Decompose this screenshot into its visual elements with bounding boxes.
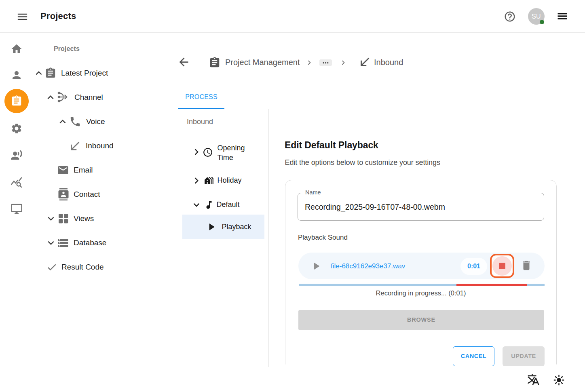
tree-item-inbound[interactable]: Inbound <box>0 134 159 158</box>
update-button[interactable]: UPDATE <box>503 346 545 366</box>
subnav-item-playback[interactable]: Playback <box>182 215 264 239</box>
grid-view-icon <box>58 213 68 223</box>
chevron-up-icon[interactable] <box>57 116 69 128</box>
tree-item-channel[interactable]: Channel <box>0 85 159 110</box>
tree-item-label: Views <box>74 207 94 231</box>
chevron-down-icon[interactable] <box>45 213 57 225</box>
tree-item-result-code[interactable]: Result Code <box>0 255 159 279</box>
help-icon[interactable] <box>504 11 516 23</box>
tree-item-label: Latest Project <box>61 61 108 85</box>
form-title: Edit Default Playback <box>285 140 378 151</box>
music-note-icon <box>204 200 214 210</box>
browse-button[interactable]: BROWSE <box>298 310 544 330</box>
playback-sound-label: Playback Sound <box>298 234 348 242</box>
channel-merge-icon <box>56 91 68 103</box>
subnav-item-label: Opening Time <box>218 143 248 162</box>
check-icon <box>46 261 57 273</box>
tree-item-label: Channel <box>74 85 103 110</box>
tree-item-voice[interactable]: Voice <box>0 110 159 134</box>
menu-icon[interactable] <box>16 11 29 23</box>
subnav-header: Inbound <box>187 118 213 126</box>
home-icon[interactable] <box>11 43 23 55</box>
tab-process[interactable]: PROCESS <box>178 93 224 101</box>
clipboard-icon <box>209 57 221 69</box>
call-received-icon <box>358 55 372 69</box>
stop-button[interactable] <box>490 254 514 278</box>
sidebar-divider <box>159 33 159 367</box>
settings-card: Name Recording_2025-09-16T07-48-00.webm … <box>285 180 557 383</box>
online-status-dot <box>540 20 545 25</box>
tree-item-label: Voice <box>86 110 105 134</box>
delete-icon[interactable] <box>520 259 532 272</box>
contact-icon <box>57 188 70 200</box>
breadcrumb-item-inbound: Inbound <box>374 58 403 67</box>
app-window: Projects SU Pr <box>0 0 585 392</box>
stop-icon <box>499 263 505 269</box>
chevron-right-icon[interactable] <box>190 175 203 187</box>
tree-item-database[interactable]: Database <box>0 231 159 255</box>
tree-item-label: Database <box>74 231 106 255</box>
cancel-button[interactable]: CANCEL <box>453 346 494 366</box>
tree-item-email[interactable]: Email <box>0 158 159 182</box>
audio-file-link[interactable]: file-68c9162e93e37.wav <box>331 253 405 279</box>
tabbar-divider <box>178 109 566 109</box>
recording-progress-bar <box>299 284 545 286</box>
tab-active-underline <box>178 108 224 110</box>
subnav-item-label: Playback <box>222 223 251 231</box>
chevron-right-icon <box>305 58 314 67</box>
clipboard-icon <box>44 67 57 79</box>
subnav-divider <box>268 109 269 367</box>
tree-item-label: Contact <box>74 182 100 207</box>
translate-icon[interactable] <box>527 373 539 386</box>
brightness-icon[interactable] <box>553 375 564 386</box>
chevron-right-icon <box>339 58 348 67</box>
tree-item-latest-project[interactable]: Latest Project <box>0 61 159 85</box>
play-arrow-icon <box>205 221 217 233</box>
play-icon[interactable] <box>310 260 322 272</box>
tree-header: Projects <box>54 45 80 53</box>
tree-item-contact[interactable]: Contact <box>0 182 159 207</box>
page-title: Projects <box>40 0 76 32</box>
recording-progress-red-segment <box>456 284 527 286</box>
call-received-icon <box>68 139 82 153</box>
chevron-down-icon[interactable] <box>190 199 203 211</box>
form-subtitle: Edit the options below to customize your… <box>285 158 440 167</box>
phone-icon <box>69 116 81 128</box>
chevron-up-icon[interactable] <box>44 91 57 103</box>
chevron-down-icon[interactable] <box>45 237 57 249</box>
time-badge: 0:01 <box>460 258 487 275</box>
audio-player: file-68c9162e93e37.wav 0:01 <box>298 253 545 279</box>
breadcrumb-ellipsis-button[interactable] <box>319 59 332 66</box>
name-field[interactable]: Name Recording_2025-09-16T07-48-00.webm <box>298 193 544 221</box>
database-icon <box>57 237 69 249</box>
name-field-value[interactable]: Recording_2025-09-16T07-48-00.webm <box>305 193 445 220</box>
tree-item-label: Inbound <box>86 134 114 158</box>
avatar-initials: SU <box>532 13 541 20</box>
chevron-right-icon[interactable] <box>190 146 203 158</box>
back-arrow-icon[interactable] <box>177 55 190 69</box>
tree-item-label: Result Code <box>61 255 104 279</box>
tree-item-label: Email <box>74 158 93 182</box>
holiday-village-icon <box>204 175 214 186</box>
email-icon <box>57 164 69 176</box>
subnav-item-label: Holiday <box>218 176 242 185</box>
chevron-up-icon[interactable] <box>33 67 45 79</box>
top-app-bar: Projects SU <box>0 0 585 33</box>
clock-icon <box>203 147 213 158</box>
subnav-item-label: Default <box>217 200 240 209</box>
right-menu-icon[interactable] <box>558 11 567 21</box>
tree-item-views[interactable]: Views <box>0 207 159 231</box>
recording-status-text: Recording in progress... (0:01) <box>285 289 556 297</box>
breadcrumb-item-project-management[interactable]: Project Management <box>225 58 300 67</box>
